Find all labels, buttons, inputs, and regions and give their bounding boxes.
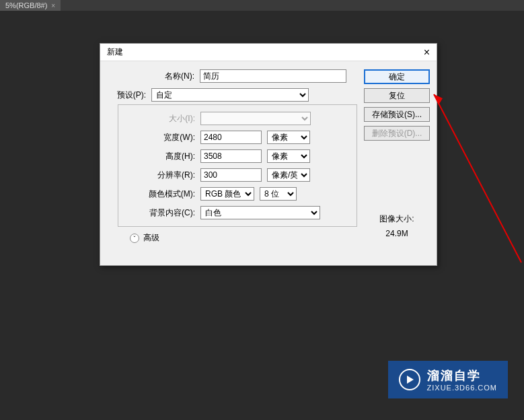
dimensions-group: 大小(I): 宽度(W): 像素 高度(H): 像素 分辨率(R): 像素/英寸 [118,104,357,227]
width-unit-select[interactable]: 像素 [267,131,310,144]
watermark-title: 溜溜自学 [427,368,497,384]
resolution-label: 分辨率(R): [118,170,200,181]
svg-line-0 [434,94,521,262]
resolution-input[interactable] [200,168,262,182]
image-size-info: 图像大小: 24.9M [364,212,430,241]
watermark-url: ZIXUE.3D66.COM [427,384,497,392]
new-document-dialog: 新建 × 名称(N): 预设(P): 自定 大小(I): 宽度(W): [100,43,437,266]
watermark: 溜溜自学 ZIXUE.3D66.COM [388,361,508,398]
preset-label: 预设(P): [107,90,151,101]
tab-close-icon[interactable]: × [51,2,55,9]
dialog-title: 新建 [107,46,123,58]
delete-preset-button: 删除预设(D)... [364,126,430,141]
resolution-unit-select[interactable]: 像素/英寸 [267,168,310,182]
bg-content-label: 背景内容(C): [118,207,200,219]
save-preset-button[interactable]: 存储预设(S)... [364,107,430,122]
chevron-down-icon: ˇ [130,234,139,243]
dialog-titlebar[interactable]: 新建 × [100,44,437,61]
height-input[interactable] [200,149,262,163]
dialog-sidebar: 确定 复位 存储预设(S)... 删除预设(D)... 图像大小: 24.9M [364,69,430,244]
name-input[interactable] [200,69,346,83]
dialog-close-icon[interactable]: × [424,46,430,59]
name-label: 名称(N): [107,71,200,82]
width-input[interactable] [200,131,262,144]
preset-select[interactable]: 自定 [151,88,309,102]
tab-label: 5%(RGB/8#) [5,1,47,9]
image-size-label: 图像大小: [364,212,430,227]
play-icon [399,369,420,390]
form-area: 名称(N): 预设(P): 自定 大小(I): 宽度(W): 像素 [107,69,357,244]
size-select [200,112,311,125]
tab-bar: 5%(RGB/8#) × [0,0,524,11]
reset-button[interactable]: 复位 [364,88,430,103]
advanced-label: 高级 [143,232,159,244]
color-mode-label: 颜色模式(M): [118,188,200,200]
bit-depth-select[interactable]: 8 位 [260,187,297,201]
image-size-value: 24.9M [364,227,430,242]
document-tab[interactable]: 5%(RGB/8#) × [0,0,61,11]
advanced-toggle[interactable]: ˇ 高级 [130,232,357,244]
height-unit-select[interactable]: 像素 [267,149,310,163]
ok-button[interactable]: 确定 [364,69,430,84]
color-mode-select[interactable]: RGB 颜色 [200,187,254,201]
size-label: 大小(I): [118,113,200,125]
height-label: 高度(H): [118,151,200,162]
bg-content-select[interactable]: 白色 [200,206,320,219]
width-label: 宽度(W): [118,132,200,143]
